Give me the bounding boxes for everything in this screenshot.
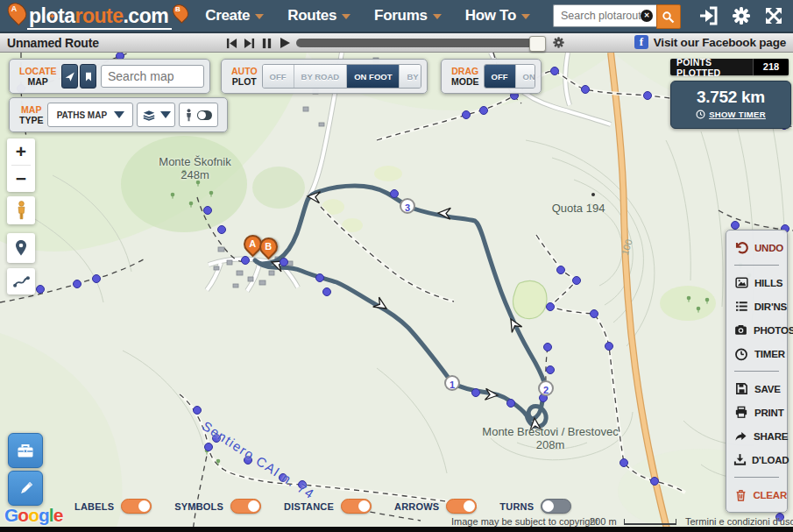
play-button[interactable] (279, 37, 291, 49)
marker-tool-button[interactable] (7, 233, 35, 263)
menu-create[interactable]: Create (205, 7, 264, 25)
directions-button[interactable]: DIR'NS (726, 294, 787, 318)
turns-toggle[interactable] (541, 499, 571, 514)
chevron-down-icon (433, 14, 442, 19)
plotaroute-logo[interactable]: A plo✦taroute.com B (7, 2, 189, 30)
streetview-toggle-button[interactable] (179, 103, 218, 127)
pegman-icon (185, 109, 193, 122)
route-curve-icon (13, 275, 30, 288)
symbols-toggle[interactable] (230, 499, 261, 514)
bookmark-button[interactable] (80, 64, 96, 89)
briefcase-icon (16, 442, 35, 459)
drag-mode-off-button[interactable]: OFF (485, 65, 516, 88)
route-distance: 3.752 km (671, 88, 790, 107)
zoom-in-button[interactable]: + (7, 138, 35, 165)
skip-start-button[interactable] (226, 38, 237, 49)
display-toggles: LABELS SYMBOLS DISTANCE ARROWS TURNS (74, 499, 594, 514)
route-tool-button[interactable] (7, 268, 35, 294)
map-search-input[interactable] (101, 65, 204, 88)
distance-toggle[interactable] (341, 499, 372, 514)
waypoint-km1[interactable]: 1 (444, 375, 460, 391)
skip-end-button[interactable] (244, 38, 255, 49)
show-timer-link[interactable]: SHOW TIMER (696, 110, 766, 119)
search-button[interactable] (656, 4, 681, 29)
printer-icon (733, 406, 749, 419)
hills-icon (733, 276, 749, 289)
download-icon (733, 453, 747, 466)
waypoint-km3[interactable]: 3 (400, 198, 415, 214)
share-button[interactable]: SHARE (726, 424, 787, 448)
distance-panel: 3.752 km SHOW TIMER (670, 81, 791, 129)
playback-slider-handle[interactable] (529, 36, 546, 52)
gear-icon (731, 5, 752, 26)
clear-button[interactable]: CLEAR (726, 483, 787, 507)
hills-button[interactable]: HILLS (726, 271, 787, 294)
locate-map-label: LOCATEMAP (19, 66, 56, 87)
map-type-dropdown[interactable]: PATHS MAP (47, 103, 133, 127)
toolbox-button[interactable] (8, 433, 43, 468)
undo-icon (733, 240, 749, 255)
directions-list-icon (733, 300, 749, 313)
locate-map-panel: LOCATEMAP (9, 59, 210, 94)
chevron-down-icon (342, 14, 350, 19)
facebook-link[interactable]: f Visit our Facebook page (634, 35, 786, 49)
undo-button[interactable]: UNDO (726, 236, 787, 259)
route-toolbar: Unnamed Route f Visit our Facebook page (0, 33, 793, 53)
drag-mode-on-button[interactable]: ON (516, 65, 536, 88)
auto-plot-label: AUTOPLOT (231, 66, 258, 87)
google-logo[interactable]: Google (4, 505, 62, 526)
zoom-out-button[interactable]: − (7, 166, 35, 192)
turns-toggle-group: TURNS (499, 499, 571, 514)
save-button[interactable]: SAVE (726, 377, 787, 401)
sign-in-button[interactable] (698, 5, 719, 26)
photos-button[interactable]: PHOTOS (726, 318, 787, 342)
bookmark-icon (83, 71, 94, 82)
playback-controls (226, 37, 291, 49)
arrows-toggle[interactable] (446, 499, 477, 514)
drag-mode-panel: DRAGMODE OFF ON (441, 59, 542, 94)
drag-mode-label: DRAGMODE (451, 66, 479, 87)
menu-forums[interactable]: Forums (374, 7, 442, 25)
pause-button[interactable] (261, 38, 273, 49)
playback-slider[interactable] (296, 39, 545, 47)
draw-button[interactable] (8, 471, 43, 506)
menu-howto[interactable]: How To (465, 7, 530, 25)
auto-plot-off-button[interactable]: OFF (263, 65, 294, 88)
menu-divider (734, 265, 779, 266)
timer-button[interactable]: TIMER (726, 342, 787, 365)
symbols-toggle-group: SYMBOLS (174, 499, 261, 514)
sign-in-icon (698, 5, 719, 26)
auto-plot-options: OFF BY ROAD ON FOOT BY BIKE (262, 64, 421, 89)
auto-plot-on-foot-button[interactable]: ON FOOT (347, 65, 400, 88)
layers-icon (142, 110, 156, 121)
playback-settings-button[interactable] (552, 36, 565, 53)
peak-label-skofnik: Monte Škofnik248m (131, 155, 258, 181)
logo-pin-b-icon: B (169, 1, 191, 23)
print-button[interactable]: PRINT (726, 401, 787, 424)
waypoint-km2[interactable]: 2 (538, 380, 554, 396)
settings-button[interactable] (731, 5, 752, 26)
clear-search-icon[interactable]: ✕ (641, 10, 653, 22)
pegman-icon (16, 201, 27, 220)
scale-label: 200 m (590, 516, 617, 527)
pegman-control[interactable] (7, 196, 35, 224)
locate-me-button[interactable] (61, 64, 78, 89)
route-path[interactable] (255, 186, 546, 427)
map-type-panel: MAPTYPE PATHS MAP (9, 97, 228, 132)
labels-toggle[interactable] (121, 499, 152, 514)
auto-plot-by-bike-button[interactable]: BY BIKE (400, 65, 421, 88)
auto-plot-by-road-button[interactable]: BY ROAD (294, 65, 348, 88)
facebook-icon: f (634, 35, 648, 49)
peak-label-quota194: Quota 194 (543, 202, 613, 215)
layers-button[interactable] (137, 103, 174, 127)
menu-routes[interactable]: Routes (287, 7, 350, 25)
chevron-down-icon (255, 14, 264, 19)
map-pin-icon (14, 239, 28, 257)
download-button[interactable]: D'LOAD (726, 448, 787, 472)
fullscreen-button[interactable] (763, 5, 784, 26)
chevron-down-icon (114, 111, 124, 118)
terms-link[interactable]: Termini e condizioni d'uso (685, 516, 793, 527)
compass-icon: ✦ (48, 5, 55, 28)
top-navbar: A plo✦taroute.com B Create Routes Forums… (0, 0, 793, 33)
points-plotted-bar: POINTS PLOTTED 218 (670, 59, 789, 75)
